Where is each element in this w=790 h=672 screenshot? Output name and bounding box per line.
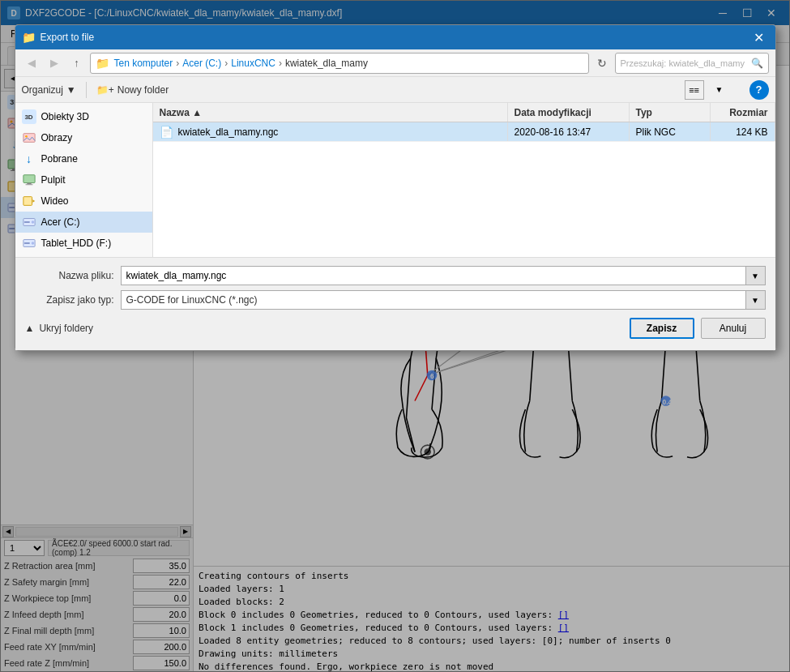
dialog-close-button[interactable]: ✕: [749, 28, 769, 47]
dialog-body: 3D Obiekty 3D Obrazy ↓ Pobrane: [15, 103, 775, 257]
organize-arrow: ▼: [66, 84, 76, 96]
filetype-label: Zapisz jako typ:: [25, 294, 114, 306]
breadcrumb-kwiatek[interactable]: kwiatek_dla_mamy: [285, 58, 368, 69]
view-arrow: ▼: [715, 85, 724, 94]
col-type[interactable]: Typ: [630, 103, 711, 122]
toolbar-sep-1: [86, 82, 87, 98]
col-name[interactable]: Nazwa ▲: [153, 103, 508, 122]
svg-point-38: [31, 242, 34, 245]
save-button[interactable]: Zapisz: [630, 318, 694, 339]
dialog-actions: Zapisz Anuluj: [630, 318, 766, 342]
view-list-icon: ≡≡: [689, 85, 699, 95]
dialog-forward-button[interactable]: ▶: [45, 54, 64, 73]
filename-label: Nazwa pliku:: [25, 270, 114, 281]
view-toggle-button[interactable]: ≡≡: [685, 80, 704, 100]
svg-rect-27: [23, 134, 34, 143]
dialog-video-icon: [22, 194, 36, 208]
dialog-overlay: 📁 Export to file ✕ ◀ ▶ ↑ 📁 Ten komputer …: [0, 0, 790, 672]
dialog-bottom: Nazwa pliku: ▼ Zapisz jako typ: ▼ ▲ Ukry…: [15, 257, 775, 350]
help-button[interactable]: ?: [749, 80, 769, 100]
dialog-drive2-icon: [22, 236, 36, 250]
dialog-title-bar: 📁 Export to file ✕: [15, 25, 775, 49]
search-icon: 🔍: [751, 58, 763, 69]
dialog-nav-video[interactable]: Wideo: [15, 190, 152, 212]
dialog-title-text: Export to file: [41, 32, 95, 43]
svg-rect-32: [23, 197, 32, 206]
dialog-3d-icon: 3D: [22, 109, 36, 124]
dialog-nav-3d[interactable]: 3D Obiekty 3D: [15, 106, 152, 127]
breadcrumb-sep-2: ›: [224, 58, 228, 69]
filename-input[interactable]: [121, 266, 746, 285]
dialog-drive-icon: [22, 215, 36, 229]
file-name-cell: 📄 kwiatek_dla_mamy.ngc: [153, 122, 508, 141]
dialog-nav: 3D Obiekty 3D Obrazy ↓ Pobrane: [15, 103, 153, 257]
file-row-ngc[interactable]: 📄 kwiatek_dla_mamy.ngc 2020-08-16 13:47 …: [153, 122, 775, 142]
new-folder-btn[interactable]: 📁+ Nowy folder: [96, 84, 169, 96]
dialog-toolbar: Organizuj ▼ 📁+ Nowy folder ≡≡ ▼ ?: [15, 77, 775, 103]
file-date-cell: 2020-08-16 13:47: [508, 122, 630, 141]
new-folder-label: Nowy folder: [117, 84, 169, 96]
dialog-nav-desktop[interactable]: Pulpit: [15, 169, 152, 190]
cancel-button[interactable]: Anuluj: [701, 318, 766, 339]
hide-folders-arrow[interactable]: ▲: [25, 323, 35, 334]
search-input[interactable]: [621, 58, 748, 68]
file-list-area: Nazwa ▲ Data modyfikacji Typ Rozmiar 📄 k…: [153, 103, 775, 257]
filetype-input[interactable]: [121, 290, 746, 310]
export-dialog: 📁 Export to file ✕ ◀ ▶ ↑ 📁 Ten komputer …: [15, 24, 776, 351]
breadcrumb-ten-komputer[interactable]: Ten komputer: [114, 58, 173, 69]
dialog-nav-images[interactable]: Obrazy: [15, 127, 152, 148]
dialog-desktop-icon: [22, 173, 36, 187]
col-date[interactable]: Data modyfikacji: [508, 103, 630, 122]
dialog-address-bar: ◀ ▶ ↑ 📁 Ten komputer › Acer (C:) › Linux…: [15, 49, 775, 77]
new-folder-icon: 📁+: [96, 84, 114, 96]
file-name-text: kwiatek_dla_mamy.ngc: [178, 126, 279, 138]
dialog-nav-downloads[interactable]: ↓ Pobrane: [15, 148, 152, 169]
filename-dropdown[interactable]: ▼: [746, 266, 766, 285]
dialog-images-icon: [22, 131, 36, 145]
breadcrumb-folder-icon: 📁: [96, 57, 109, 70]
svg-rect-30: [27, 183, 31, 185]
file-size-cell: 124 KB: [711, 122, 775, 141]
svg-rect-39: [23, 242, 29, 244]
svg-rect-36: [23, 221, 29, 223]
dialog-title-left: 📁 Export to file: [22, 31, 95, 44]
svg-rect-31: [25, 184, 32, 185]
dialog-nav-tablet[interactable]: Tablet_HDD (F:): [15, 233, 152, 254]
breadcrumb-bar: 📁 Ten komputer › Acer (C:) › LinuxCNC › …: [90, 53, 589, 74]
dialog-downloads-icon: ↓: [22, 152, 36, 166]
dialog-up-button[interactable]: ↑: [67, 54, 87, 73]
svg-point-35: [31, 220, 34, 224]
file-icon-ngc: 📄: [160, 126, 173, 139]
dialog-back-button[interactable]: ◀: [22, 54, 41, 73]
svg-point-28: [25, 135, 28, 138]
breadcrumb-acer[interactable]: Acer (C:): [182, 58, 221, 69]
filetype-dropdown[interactable]: ▼: [746, 290, 766, 310]
filename-row: Nazwa pliku: ▼: [25, 266, 766, 285]
breadcrumb-linuxcnc[interactable]: LinuxCNC: [231, 58, 275, 69]
organize-dropdown[interactable]: Organizuj ▼: [22, 84, 76, 96]
breadcrumb-sep-3: ›: [279, 58, 282, 69]
dialog-title-icon: 📁: [22, 31, 36, 44]
dialog-refresh-button[interactable]: ↻: [592, 54, 612, 73]
organize-label: Organizuj: [22, 84, 63, 96]
svg-rect-29: [23, 175, 34, 183]
file-list-header: Nazwa ▲ Data modyfikacji Typ Rozmiar: [153, 103, 775, 122]
svg-marker-33: [32, 199, 35, 203]
filetype-row: Zapisz jako typ: ▼: [25, 290, 766, 310]
col-size[interactable]: Rozmiar: [711, 103, 775, 122]
search-box: 🔍: [615, 53, 769, 74]
hide-folders-row: ▲ Ukryj foldery: [25, 323, 94, 334]
file-type-cell: Plik NGC: [630, 122, 711, 141]
main-window: D DXF2GCODE - [C:/LinuxCNC/kwiatek_dla_m…: [0, 0, 790, 672]
hide-folders-label[interactable]: Ukryj foldery: [39, 323, 93, 334]
dialog-nav-acer[interactable]: Acer (C:): [15, 212, 152, 233]
breadcrumb-sep-1: ›: [176, 58, 179, 69]
